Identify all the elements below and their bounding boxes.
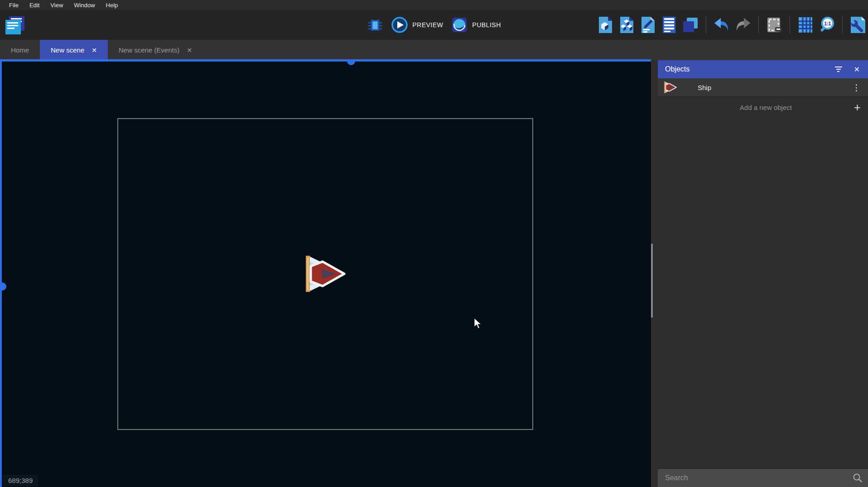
tab-new-scene-events[interactable]: New scene (Events) ✕ bbox=[108, 40, 203, 60]
tab-close-icon[interactable]: ✕ bbox=[92, 47, 97, 54]
scene-editor-canvas[interactable]: 689;389 bbox=[0, 62, 651, 487]
zoom-original-button[interactable]: 1:1 bbox=[819, 15, 835, 34]
objects-panel-header: Objects ✕ bbox=[658, 60, 868, 78]
object-search-bar bbox=[658, 468, 868, 487]
publish-button[interactable]: PUBLISH bbox=[451, 17, 501, 33]
filter-lines-glyph bbox=[835, 67, 842, 72]
tab-new-scene-label: New scene bbox=[51, 46, 84, 54]
preview-label: PREVIEW bbox=[412, 21, 443, 29]
main-toolbar: PREVIEW PUBLISH bbox=[0, 10, 868, 40]
menu-edit[interactable]: Edit bbox=[24, 1, 45, 10]
grid-button[interactable] bbox=[797, 15, 814, 34]
menu-view[interactable]: View bbox=[45, 1, 68, 10]
panel-scrollbar-thumb[interactable] bbox=[651, 244, 653, 318]
add-new-object-button[interactable]: Add a new object + bbox=[658, 97, 868, 117]
objects-panel: Objects ✕ Ship ⋮ Add a new object + bbox=[658, 60, 868, 487]
tab-home-label: Home bbox=[11, 46, 29, 54]
play-icon bbox=[391, 17, 408, 33]
publish-globe-icon bbox=[451, 17, 468, 33]
grid-icon bbox=[797, 16, 814, 33]
panel-close-icon[interactable]: ✕ bbox=[854, 65, 860, 74]
delete-selection-button[interactable] bbox=[766, 15, 782, 34]
settings-button[interactable] bbox=[850, 15, 866, 34]
kebab-menu-icon[interactable]: ⋮ bbox=[852, 83, 861, 92]
instances-list-icon bbox=[682, 16, 699, 34]
publish-label: PUBLISH bbox=[472, 21, 501, 29]
debug-button[interactable] bbox=[367, 15, 383, 34]
tab-new-scene[interactable]: New scene ✕ bbox=[40, 40, 108, 60]
layers-list-button[interactable] bbox=[661, 15, 677, 34]
layers-list-icon bbox=[661, 16, 677, 34]
scene-properties-button[interactable] bbox=[597, 15, 613, 34]
horizontal-scrollbar[interactable] bbox=[0, 59, 651, 62]
instances-list-button[interactable] bbox=[682, 15, 699, 34]
editor-tab-bar: Home New scene ✕ New scene (Events) ✕ bbox=[0, 40, 868, 60]
ship-thumbnail-icon bbox=[664, 81, 677, 94]
scene-properties-icon bbox=[598, 16, 613, 34]
tab-home[interactable]: Home bbox=[0, 40, 40, 60]
object-groups-edit-icon bbox=[640, 16, 656, 34]
zoom-1-1-icon: 1:1 bbox=[819, 16, 835, 34]
zoom-ratio-text: 1:1 bbox=[824, 21, 831, 26]
toolbar-separator bbox=[790, 16, 790, 33]
objects-panel-body[interactable] bbox=[658, 117, 868, 468]
redo-button[interactable] bbox=[735, 15, 751, 34]
objects-panel-title: Objects bbox=[665, 65, 823, 73]
objects-list-button[interactable] bbox=[618, 15, 635, 34]
toolbar-separator bbox=[842, 16, 843, 33]
menu-bar: File Edit View Window Help bbox=[0, 0, 868, 10]
delete-selection-icon bbox=[766, 16, 782, 33]
vertical-scrollbar[interactable] bbox=[0, 62, 2, 487]
plus-icon: + bbox=[854, 101, 861, 113]
search-icon[interactable] bbox=[853, 473, 863, 483]
object-groups-button[interactable] bbox=[640, 15, 656, 34]
undo-arrow-icon bbox=[714, 17, 730, 33]
toolbar-separator bbox=[706, 16, 706, 33]
filter-icon[interactable] bbox=[835, 67, 842, 72]
tab-close-icon[interactable]: ✕ bbox=[187, 47, 192, 54]
undo-button[interactable] bbox=[714, 15, 730, 34]
cursor-coordinates: 689;389 bbox=[3, 475, 38, 486]
objects-list-icon bbox=[619, 16, 634, 34]
settings-wrench-icon bbox=[850, 16, 866, 34]
redo-arrow-icon bbox=[735, 17, 751, 33]
toolbar-separator bbox=[758, 16, 759, 33]
tab-new-scene-events-label: New scene (Events) bbox=[119, 46, 179, 54]
mouse-cursor bbox=[474, 318, 482, 330]
menu-file[interactable]: File bbox=[4, 1, 24, 10]
add-object-label: Add a new object bbox=[665, 104, 854, 111]
preview-button[interactable]: PREVIEW bbox=[391, 17, 443, 33]
debug-bug-icon bbox=[367, 16, 383, 34]
menu-window[interactable]: Window bbox=[68, 1, 100, 10]
object-name-label: Ship bbox=[698, 84, 852, 91]
object-list-item-ship[interactable]: Ship ⋮ bbox=[658, 78, 868, 97]
ship-sprite-instance[interactable] bbox=[304, 254, 347, 294]
search-input[interactable] bbox=[660, 474, 853, 482]
menu-help[interactable]: Help bbox=[101, 1, 124, 10]
